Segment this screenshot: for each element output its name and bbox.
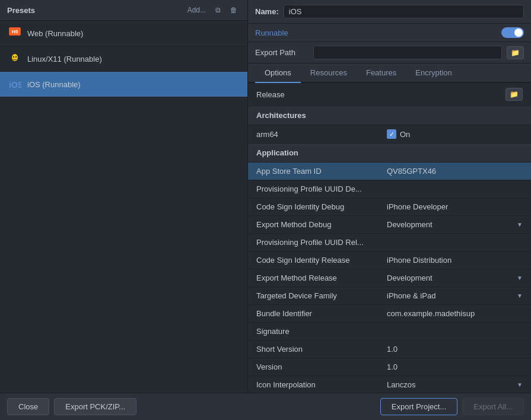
export-method-debug-chevron: ▼ bbox=[517, 221, 523, 228]
runnable-toggle[interactable] bbox=[501, 27, 524, 38]
content-area: Release 📁 Architectures arm64 ✓ On Appli… bbox=[248, 83, 531, 393]
preset-label-ios: iOS (Runnable) bbox=[27, 80, 81, 89]
web-icon: H5 bbox=[8, 27, 21, 40]
tab-resources[interactable]: Resources bbox=[301, 63, 357, 83]
prop-row-arm64: arm64 ✓ On bbox=[248, 125, 531, 144]
add-preset-button[interactable]: Add... bbox=[185, 5, 209, 15]
presets-actions: Add... ⧉ 🗑 bbox=[185, 5, 240, 15]
export-method-release-dropdown[interactable]: Development ▼ bbox=[387, 273, 523, 282]
bottom-bar: Close Export PCK/ZIP... Export Project..… bbox=[0, 393, 531, 420]
export-method-release-value: Development bbox=[387, 273, 514, 282]
export-all-button: Export All... bbox=[462, 398, 524, 415]
icon-interpolation-chevron: ▼ bbox=[517, 381, 523, 388]
prop-label-arm64: arm64 bbox=[256, 130, 387, 139]
export-pck-button[interactable]: Export PCK/ZIP... bbox=[54, 398, 136, 415]
prop-row-provisioning-uuid-release: Provisioning Profile UUID Rel... bbox=[248, 234, 531, 252]
export-path-row: Export Path 📁 bbox=[248, 42, 531, 63]
prop-row-signature: Signature bbox=[248, 323, 531, 341]
prop-label-targeted-device-family: Targeted Device Family bbox=[256, 291, 387, 300]
prop-row-export-method-release: Export Method Release Development ▼ bbox=[248, 269, 531, 287]
prop-label-app-store-team-id: App Store Team ID bbox=[256, 167, 387, 176]
prop-label-short-version: Short Version bbox=[256, 345, 387, 354]
svg-point-5 bbox=[15, 56, 17, 58]
close-button[interactable]: Close bbox=[7, 398, 49, 415]
svg-text:H5: H5 bbox=[12, 29, 18, 34]
svg-point-4 bbox=[13, 56, 14, 58]
name-row: Name: bbox=[248, 0, 531, 24]
prop-row-version: Version 1.0 bbox=[248, 358, 531, 376]
right-panel: Name: Runnable Export Path 📁 Options Res… bbox=[248, 0, 531, 393]
prop-label-icon-interpolation: Icon Interpolation bbox=[256, 380, 387, 389]
prop-row-short-version: Short Version 1.0 bbox=[248, 341, 531, 358]
copy-preset-button[interactable]: ⧉ bbox=[212, 5, 224, 15]
preset-item-web[interactable]: H5 Web (Runnable) bbox=[0, 21, 247, 46]
prop-value-code-sign-identity-debug: iPhone Developer bbox=[387, 202, 523, 211]
icon-interpolation-value: Lanczos bbox=[387, 380, 514, 389]
prop-label-code-sign-identity-debug: Code Sign Identity Debug bbox=[256, 202, 387, 211]
prop-row-code-sign-identity-release: Code Sign Identity Release iPhone Distri… bbox=[248, 252, 531, 269]
export-method-release-chevron: ▼ bbox=[517, 275, 523, 281]
section-header-architectures: Architectures bbox=[248, 106, 531, 125]
prop-label-bundle-identifier: Bundle Identifier bbox=[256, 309, 387, 318]
delete-preset-button[interactable]: 🗑 bbox=[227, 5, 240, 15]
prop-label-provisioning-uuid-debug: Provisioning Profile UUID De... bbox=[256, 184, 387, 193]
targeted-device-family-chevron: ▼ bbox=[517, 292, 523, 299]
prop-value-short-version: 1.0 bbox=[387, 345, 523, 354]
prop-value-arm64: ✓ On bbox=[387, 129, 523, 139]
prop-row-targeted-device-family: Targeted Device Family iPhone & iPad ▼ bbox=[248, 287, 531, 305]
release-folder-button[interactable]: 📁 bbox=[505, 88, 523, 101]
prop-label-export-method-release: Export Method Release bbox=[256, 273, 387, 282]
preset-label-web: Web (Runnable) bbox=[27, 29, 83, 38]
tab-encryption[interactable]: Encryption bbox=[406, 63, 461, 83]
preset-label-linux: Linux/X11 (Runnable) bbox=[27, 55, 102, 63]
prop-label-provisioning-uuid-release: Provisioning Profile UUID Rel... bbox=[256, 238, 387, 247]
release-label: Release bbox=[256, 90, 501, 99]
section-header-application: Application bbox=[248, 144, 531, 163]
prop-value-bundle-identifier: com.example.madethisup bbox=[387, 309, 523, 318]
arm64-checkbox[interactable]: ✓ bbox=[387, 129, 396, 139]
prop-value-version: 1.0 bbox=[387, 362, 523, 371]
prop-value-code-sign-identity-release: iPhone Distribution bbox=[387, 256, 523, 265]
prop-row-app-store-team-id: App Store Team ID QV85GPTX46 bbox=[248, 163, 531, 180]
prop-label-signature: Signature bbox=[256, 327, 387, 336]
tab-features[interactable]: Features bbox=[357, 63, 406, 83]
prop-value-app-store-team-id: QV85GPTX46 bbox=[387, 167, 523, 176]
targeted-device-family-dropdown[interactable]: iPhone & iPad ▼ bbox=[387, 291, 523, 300]
presets-title: Presets bbox=[7, 6, 180, 15]
export-path-folder-button[interactable]: 📁 bbox=[507, 46, 524, 59]
prop-label-version: Version bbox=[256, 362, 387, 371]
preset-item-linux[interactable]: Linux/X11 (Runnable) bbox=[0, 46, 247, 72]
prop-row-code-sign-identity-debug: Code Sign Identity Debug iPhone Develope… bbox=[248, 198, 531, 216]
icon-interpolation-dropdown[interactable]: Lanczos ▼ bbox=[387, 380, 523, 389]
prop-row-bundle-identifier: Bundle Identifier com.example.madethisup bbox=[248, 305, 531, 323]
runnable-label: Runnable bbox=[255, 28, 501, 37]
prop-row-export-method-debug: Export Method Debug Development ▼ bbox=[248, 216, 531, 234]
targeted-device-family-value: iPhone & iPad bbox=[387, 291, 514, 300]
preset-item-ios[interactable]: iOS iOS (Runnable) bbox=[0, 72, 247, 97]
name-label: Name: bbox=[255, 7, 279, 16]
tab-options[interactable]: Options bbox=[255, 63, 301, 83]
svg-text:iOS: iOS bbox=[9, 80, 21, 90]
prop-label-code-sign-identity-release: Code Sign Identity Release bbox=[256, 256, 387, 265]
export-method-debug-value: Development bbox=[387, 220, 514, 229]
export-path-label: Export Path bbox=[255, 48, 309, 57]
prop-label-export-method-debug: Export Method Debug bbox=[256, 220, 387, 229]
ios-icon: iOS bbox=[8, 78, 21, 91]
export-project-button[interactable]: Export Project... bbox=[380, 398, 457, 415]
linux-icon bbox=[8, 52, 21, 65]
tabs-row: Options Resources Features Encryption bbox=[248, 63, 531, 83]
name-input[interactable] bbox=[284, 5, 524, 18]
left-panel: Presets Add... ⧉ 🗑 H5 Web (Runnable) bbox=[0, 0, 248, 393]
preset-list: H5 Web (Runnable) Linux/X11 (Runnable) bbox=[0, 21, 247, 393]
presets-header: Presets Add... ⧉ 🗑 bbox=[0, 0, 247, 21]
release-row: Release 📁 bbox=[248, 83, 531, 106]
export-path-input[interactable] bbox=[313, 46, 502, 59]
export-method-debug-dropdown[interactable]: Development ▼ bbox=[387, 220, 523, 229]
runnable-row: Runnable bbox=[248, 24, 531, 42]
prop-row-provisioning-uuid-debug: Provisioning Profile UUID De... bbox=[248, 180, 531, 198]
prop-row-icon-interpolation: Icon Interpolation Lanczos ▼ bbox=[248, 376, 531, 393]
